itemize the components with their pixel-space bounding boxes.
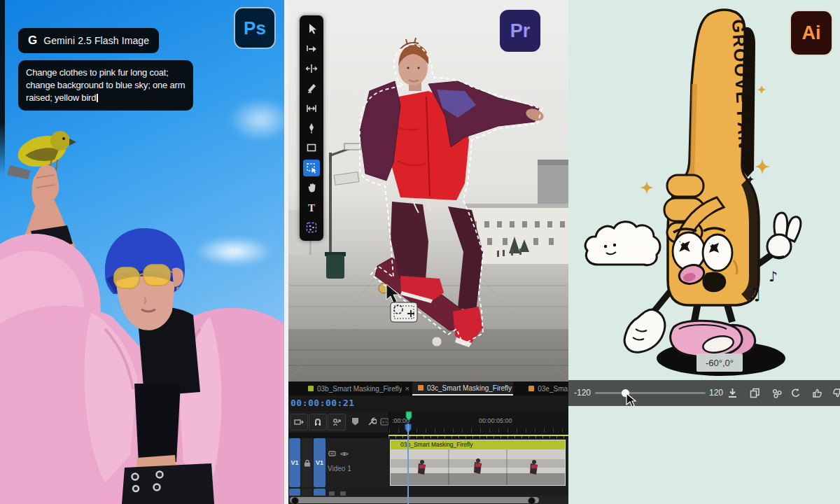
bird-beak — [69, 139, 76, 146]
track-name-label: Video 1 — [328, 465, 351, 472]
track-lock-button[interactable] — [302, 489, 312, 496]
variations-icon[interactable] — [770, 386, 784, 400]
svg-text:T: T — [308, 202, 315, 214]
ruler-tick-label: 00:00:05:00 — [479, 417, 512, 424]
prompt-text: Change clothes to pink fur long coat; ch… — [26, 67, 185, 103]
pen-tool[interactable] — [303, 120, 320, 136]
track-select-forward-tool[interactable] — [303, 40, 320, 57]
sequence-tab[interactable]: 03e_Sma — [523, 382, 568, 396]
sequence-tab-bar: 03b_Smart Masking_Firefly × 03c_Smart Ma… — [288, 382, 568, 396]
sequence-chip-icon — [308, 386, 314, 391]
scrollbar-zoom-handle-left[interactable] — [291, 497, 299, 504]
object-selection-tool[interactable] — [303, 160, 320, 176]
music-note-icon: ♫ — [747, 284, 762, 304]
skirt — [122, 463, 214, 504]
track-output-eye-icon[interactable] — [340, 449, 349, 458]
sequence-tab[interactable]: 03b_Smart Masking_Firefly — [288, 382, 402, 396]
playhead-timecode[interactable]: 00:00:00:21 — [290, 398, 355, 408]
marker-icon[interactable] — [349, 416, 361, 427]
sequence-marker[interactable] — [404, 408, 414, 424]
photoshop-logo: Ps — [234, 7, 276, 49]
sequence-chip-icon — [528, 386, 534, 391]
groove-fan-artwork: GROOVE FAN ♪ ♫ — [568, 0, 840, 380]
gemini-model-badge: G Gemini 2.5 Flash Image — [18, 28, 159, 53]
source-patch-a1[interactable] — [289, 489, 300, 496]
work-area-bar[interactable] — [288, 433, 568, 438]
type-tool[interactable]: T — [303, 200, 320, 216]
premiere-toolbar: T — [300, 15, 323, 241]
timeline-panel: 03b_Smart Masking_Firefly × 03c_Smart Ma… — [288, 382, 568, 504]
scrollbar-zoom-handle-right[interactable] — [528, 497, 536, 504]
source-patch-v1[interactable]: V1 — [289, 438, 300, 487]
rotation-value-tooltip: -60°,0° — [696, 354, 743, 372]
linked-selection-button[interactable] — [328, 414, 346, 430]
sequence-tab-active[interactable]: 03c_Smart Masking_Firefly ≡ — [412, 382, 513, 396]
bird-eye — [62, 137, 65, 140]
timeline-clip[interactable]: 03b_Smart Masking_Firefly fx — [390, 440, 566, 486]
rotation-slider-toolbar: -120 120 — [568, 380, 840, 406]
premiere-logo: Pr — [498, 8, 542, 53]
ripple-edit-tool[interactable] — [303, 60, 320, 77]
sync-lock-icon[interactable] — [328, 449, 336, 458]
google-g-icon: G — [28, 34, 37, 48]
crop-top — [134, 384, 181, 463]
bird-tail — [7, 165, 31, 179]
earring — [176, 287, 179, 290]
text-caret — [97, 94, 98, 102]
razor-tool[interactable] — [303, 80, 320, 97]
program-monitor-canvas[interactable]: T Pr — [288, 0, 568, 382]
reset-icon[interactable] — [789, 386, 803, 400]
playhead-line[interactable] — [407, 424, 409, 504]
clip-filmstrip — [391, 449, 565, 485]
illustrator-logo: Ai — [790, 10, 833, 56]
thumbs-up-icon[interactable] — [810, 386, 824, 400]
clip-title-bar: 03b_Smart Masking_Firefly — [391, 440, 565, 449]
timeline-controls-row: :00:00 00:00:05:00 — [288, 412, 568, 433]
sequence-chip-icon — [418, 385, 424, 391]
artboard-background — [568, 406, 840, 504]
audio-track-1-partial — [288, 487, 568, 496]
tab-close-icon[interactable]: × — [402, 382, 412, 396]
slider-min-label: -120 — [574, 388, 591, 398]
hand-tool[interactable] — [303, 179, 320, 196]
download-icon[interactable] — [725, 386, 739, 400]
snap-magnet-button[interactable] — [309, 414, 327, 430]
rectangle-tool[interactable] — [303, 139, 320, 156]
time-ruler[interactable]: :00:00 00:00:05:00 — [388, 412, 568, 433]
slider-max-label: 120 — [709, 388, 723, 398]
prompt-input[interactable]: Change clothes to pink fur long coat; ch… — [18, 60, 193, 111]
track-patch-a1[interactable] — [314, 489, 326, 496]
slip-tool[interactable] — [303, 100, 320, 117]
sequence-tab-label: 03c_Smart Masking_Firefly — [427, 384, 512, 392]
music-note-icon: ♪ — [769, 268, 778, 285]
duplicate-icon[interactable] — [748, 386, 762, 400]
timeline-scrollbar-row — [288, 496, 568, 504]
ai-mask-tool[interactable] — [303, 219, 320, 236]
nest-sequence-button[interactable] — [290, 414, 308, 430]
sequence-tab-label: 03b_Smart Masking_Firefly — [317, 385, 402, 393]
trash-bin — [325, 252, 346, 279]
premiere-panel: T Pr 03b_Smart Masking_Firefly × 03c_Sma… — [288, 0, 568, 504]
track-patch-v1[interactable]: V1 — [314, 438, 326, 487]
sequence-tab-label: 03e_Sma — [538, 385, 568, 393]
timeline-settings-wrench-icon[interactable] — [365, 416, 378, 427]
video-frame — [288, 0, 568, 382]
illustrator-panel: GROOVE FAN ♪ ♫ -6 — [568, 0, 840, 504]
photoshop-panel: G Gemini 2.5 Flash Image Change clothes … — [0, 0, 284, 504]
video-track-1: V1 V1 Video 1 03b_Smart Masking_Firefly … — [288, 438, 568, 487]
model-badge-label: Gemini 2.5 Flash Image — [43, 35, 149, 46]
edge-shade — [0, 0, 5, 175]
timecode-row: 00:00:00:21 — [288, 396, 568, 412]
peace-sign-glove — [767, 213, 801, 258]
thumbs-down-icon[interactable] — [830, 386, 840, 400]
horizontal-scrollbar[interactable] — [290, 497, 539, 503]
selection-tool[interactable] — [303, 20, 320, 37]
bird-head — [50, 131, 70, 150]
rotation-slider[interactable] — [595, 392, 706, 394]
smiling-cloud — [585, 222, 660, 265]
track-lock-button[interactable] — [302, 438, 312, 487]
